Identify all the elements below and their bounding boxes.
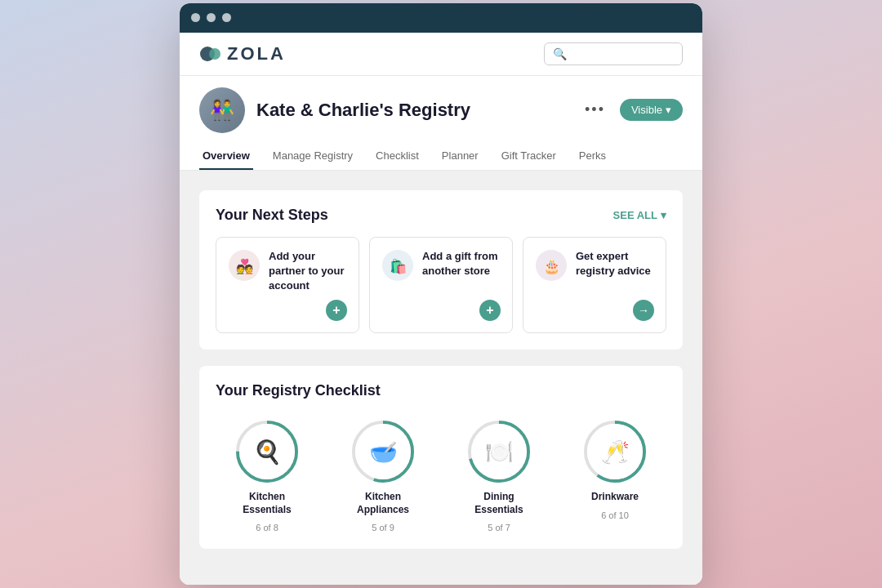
checklist-icon-drinkware: 🥂 (587, 424, 643, 479)
nav-tabs: Overview Manage Registry Checklist Plann… (199, 143, 683, 170)
browser-window: ZOLA 🔍 Kate & Charlie's Registry ••• Vis… (180, 3, 702, 586)
main-content: Your Next Steps SEE ALL ▾ (180, 171, 702, 586)
tab-checklist[interactable]: Checklist (372, 143, 422, 170)
kitchen-appliances-label: KitchenAppliances (357, 491, 409, 516)
see-all-text: SEE ALL (613, 209, 657, 221)
step-card-top: 🎂 Get expert registry advice (535, 249, 654, 282)
add-partner-button[interactable]: + (326, 300, 347, 321)
dining-essentials-label: DiningEssentials (474, 491, 523, 516)
visible-button[interactable]: Visible ▾ (620, 99, 683, 121)
svg-text:🎂: 🎂 (543, 257, 561, 274)
step-card-top: 💑 Add your partner to your account (228, 249, 347, 294)
checklist-section: Your Registry Checklist 🍳 KitchenEssenti… (199, 366, 683, 549)
drinkware-count: 6 of 10 (601, 510, 629, 520)
search-icon: 🔍 (553, 47, 567, 60)
next-steps-section: Your Next Steps SEE ALL ▾ (199, 190, 683, 350)
step-action: → (535, 300, 654, 321)
logo-text: ZOLA (227, 43, 286, 65)
tab-gift-tracker[interactable]: Gift Tracker (498, 143, 559, 170)
kitchen-appliances-count: 5 of 9 (372, 523, 394, 532)
checklist-item-kitchen-essentials[interactable]: 🍳 KitchenEssentials 6 of 8 (216, 419, 318, 532)
visible-label: Visible (631, 104, 662, 116)
checklist-title: Your Registry Checklist (216, 382, 381, 399)
checklist-item-drinkware[interactable]: 🥂 Drinkware 6 of 10 (564, 419, 666, 532)
tab-manage-registry[interactable]: Manage Registry (270, 143, 356, 170)
add-gift-text: Add a gift from another store (422, 249, 501, 278)
couple-avatar (199, 87, 245, 133)
logo-container: ZOLA (199, 43, 286, 65)
visible-chevron: ▾ (666, 104, 671, 116)
browser-content: ZOLA 🔍 Kate & Charlie's Registry ••• Vis… (180, 33, 702, 586)
step-card-add-gift: 🛍️ Add a gift from another store + (369, 237, 513, 334)
progress-ring-drinkware: 🥂 (582, 419, 648, 484)
kitchen-essentials-label: KitchenEssentials (243, 491, 291, 516)
expert-advice-text: Get expert registry advice (576, 249, 654, 278)
checklist-grid: 🍳 KitchenEssentials 6 of 8 🥣 (216, 412, 666, 532)
progress-ring-kitchen-essentials: 🍳 (234, 419, 300, 484)
next-steps-title: Your Next Steps (216, 207, 328, 224)
add-gift-button[interactable]: + (479, 300, 501, 321)
next-steps-header: Your Next Steps SEE ALL ▾ (216, 207, 666, 224)
kitchen-essentials-count: 6 of 8 (256, 523, 278, 532)
see-all-chevron: ▾ (661, 209, 666, 221)
add-partner-text: Add your partner to your account (269, 249, 347, 294)
tab-planner[interactable]: Planner (439, 143, 482, 170)
tab-overview[interactable]: Overview (199, 143, 253, 170)
site-header: ZOLA 🔍 (180, 33, 702, 76)
zola-logo-icon (199, 45, 222, 63)
registry-top: Kate & Charlie's Registry ••• Visible ▾ (199, 87, 683, 133)
more-button[interactable]: ••• (578, 98, 612, 122)
registry-info: Kate & Charlie's Registry (199, 87, 470, 133)
browser-titlebar (180, 3, 702, 33)
tab-perks[interactable]: Perks (576, 143, 609, 170)
dining-essentials-count: 5 of 7 (488, 523, 510, 532)
checklist-icon-dining-essentials: 🍽️ (471, 424, 527, 479)
expert-advice-icon: 🎂 (535, 249, 568, 282)
step-action: + (381, 300, 501, 321)
checklist-icon-kitchen-appliances: 🥣 (355, 424, 411, 479)
gift-store-icon: 🛍️ (381, 249, 414, 282)
drinkware-label: Drinkware (591, 491, 639, 504)
checklist-item-kitchen-appliances[interactable]: 🥣 KitchenAppliances 5 of 9 (332, 419, 434, 532)
registry-actions: ••• Visible ▾ (578, 98, 683, 122)
checklist-header: Your Registry Checklist (216, 382, 666, 399)
step-card-add-partner: 💑 Add your partner to your account + (216, 237, 359, 334)
expert-advice-button[interactable]: → (633, 300, 654, 321)
registry-title: Kate & Charlie's Registry (256, 100, 470, 121)
traffic-light-red (191, 13, 200, 22)
traffic-light-green (222, 13, 231, 22)
search-bar[interactable]: 🔍 (544, 42, 683, 65)
svg-text:💑: 💑 (236, 257, 254, 274)
checklist-item-dining-essentials[interactable]: 🍽️ DiningEssentials 5 of 7 (448, 419, 550, 532)
step-action: + (228, 300, 347, 321)
registry-header: Kate & Charlie's Registry ••• Visible ▾ … (180, 76, 702, 171)
partner-icon: 💑 (228, 249, 261, 282)
svg-point-1 (209, 48, 220, 60)
svg-text:🛍️: 🛍️ (390, 257, 408, 274)
progress-ring-kitchen-appliances: 🥣 (350, 419, 416, 484)
steps-grid: 💑 Add your partner to your account + (216, 237, 666, 334)
traffic-light-yellow (207, 13, 216, 22)
checklist-icon-kitchen-essentials: 🍳 (239, 424, 295, 479)
see-all-link[interactable]: SEE ALL ▾ (613, 209, 666, 221)
progress-ring-dining-essentials: 🍽️ (466, 419, 532, 484)
search-input[interactable] (572, 47, 674, 60)
step-card-expert-advice: 🎂 Get expert registry advice → (523, 237, 666, 334)
step-card-top: 🛍️ Add a gift from another store (381, 249, 501, 282)
